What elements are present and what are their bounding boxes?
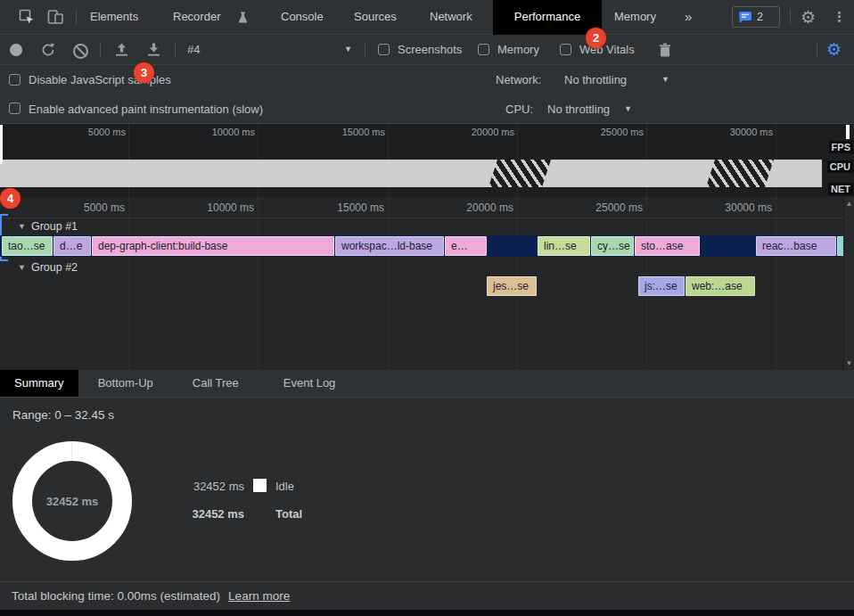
- save-profile-icon[interactable]: [146, 43, 161, 60]
- flame-bar[interactable]: tao…se: [2, 236, 53, 256]
- legend-label: Total: [275, 507, 302, 521]
- tab-performance[interactable]: Performance: [493, 0, 602, 35]
- inspect-element-icon[interactable]: [19, 9, 35, 28]
- flame-bar[interactable]: web:…ase: [686, 276, 755, 296]
- tab-bottom-up[interactable]: Bottom-Up: [84, 370, 168, 397]
- screenshots-checkbox[interactable]: [378, 44, 390, 55]
- flame-bar[interactable]: reac…base: [756, 236, 836, 256]
- capture-settings-gear-icon[interactable]: ⚙: [826, 35, 842, 64]
- net-track-label: NET: [828, 183, 853, 195]
- divider: [175, 42, 176, 58]
- ruler-tick: 10000 ms: [183, 201, 254, 214]
- annotation-badge-3: 3: [134, 62, 154, 83]
- group2-header[interactable]: ▼Group #2: [18, 261, 78, 274]
- collapse-triangle-icon: ▼: [18, 222, 26, 231]
- overview-left-handle[interactable]: [0, 125, 3, 164]
- learn-more-link[interactable]: Learn more: [228, 589, 290, 603]
- settings-row-js-samples: Disable JavaScript samples Network: No t…: [0, 65, 854, 94]
- legend-value: 32452 ms: [169, 507, 244, 521]
- advanced-paint-checkbox[interactable]: [9, 103, 21, 114]
- scroll-down-icon[interactable]: ▼: [844, 359, 854, 367]
- tab-sources[interactable]: Sources: [354, 0, 397, 34]
- devtools-tab-bar: Elements Recorder Console Sources Networ…: [0, 0, 854, 35]
- cpu-throttle-arrow[interactable]: ▼: [624, 94, 632, 124]
- cpu-hatched-region: [489, 160, 551, 187]
- issues-count: 2: [757, 11, 763, 23]
- cpu-activity-band: [0, 160, 822, 187]
- timeline-overview[interactable]: 5000 ms 10000 ms 15000 ms 20000 ms 25000…: [0, 124, 854, 197]
- settings-row-paint: Enable advanced paint instrumentation (s…: [0, 94, 854, 124]
- gridline: [776, 197, 776, 370]
- issues-counter-button[interactable]: 2: [732, 6, 780, 28]
- cpu-hatched-region: [706, 160, 774, 187]
- reload-and-record-icon[interactable]: [41, 43, 55, 60]
- memory-label[interactable]: Memory: [497, 35, 539, 64]
- overview-tick: 30000 ms: [702, 127, 773, 137]
- trash-icon[interactable]: [659, 43, 671, 60]
- advanced-paint-label[interactable]: Enable advanced paint instrumentation (s…: [29, 94, 263, 124]
- load-profile-icon[interactable]: [114, 43, 129, 60]
- tab-elements[interactable]: Elements: [90, 0, 138, 34]
- overview-tick: 25000 ms: [572, 127, 644, 137]
- flame-bar[interactable]: e…: [445, 236, 487, 256]
- tab-memory[interactable]: Memory: [614, 0, 656, 34]
- screenshots-label[interactable]: Screenshots: [398, 35, 462, 64]
- device-toolbar-icon[interactable]: [47, 9, 64, 28]
- disable-js-samples-checkbox[interactable]: [9, 74, 21, 86]
- flame-scrollbar[interactable]: ▲ ▼: [843, 197, 854, 370]
- ruler-divider: [0, 218, 843, 218]
- flame-chart[interactable]: 5000 ms 10000 ms 15000 ms 20000 ms 25000…: [0, 197, 854, 370]
- flame-bar[interactable]: d…e: [53, 236, 91, 256]
- flame-bar[interactable]: lin…se: [538, 236, 590, 256]
- cpu-throttle-value[interactable]: No throttling: [547, 94, 610, 124]
- flame-bar[interactable]: dep-graph-client:build-base: [92, 236, 334, 256]
- devtools-window: Elements Recorder Console Sources Networ…: [0, 0, 854, 616]
- flame-bar[interactable]: sto…ase: [635, 236, 700, 256]
- annotation-badge-4: 4: [0, 188, 21, 209]
- more-tabs-chevron[interactable]: »: [685, 0, 692, 34]
- total-blocking-time-text: Total blocking time: 0.00ms (estimated): [12, 589, 220, 603]
- group1-header[interactable]: ▼Group #1: [18, 220, 78, 233]
- web-vitals-checkbox[interactable]: [560, 44, 571, 55]
- cpu-throttle-label: CPU:: [505, 94, 533, 124]
- collapse-triangle-icon: ▼: [18, 263, 26, 272]
- overview-right-handle[interactable]: [846, 125, 850, 139]
- tab-recorder[interactable]: Recorder: [173, 0, 220, 34]
- history-select-arrow[interactable]: ▼: [344, 35, 352, 64]
- ruler-tick: 25000 ms: [571, 201, 643, 214]
- history-select[interactable]: #4: [187, 35, 200, 64]
- divider: [817, 42, 817, 58]
- flame-bar[interactable]: cy…se: [591, 236, 634, 256]
- performance-toolbar: #4 ▼ Screenshots Memory Web Vitals ⚙: [0, 35, 854, 65]
- divider: [100, 42, 101, 58]
- tab-call-tree[interactable]: Call Tree: [178, 370, 253, 397]
- overview-tick: 10000 ms: [184, 127, 255, 137]
- legend-value: 32452 ms: [169, 480, 244, 493]
- network-throttle-arrow[interactable]: ▼: [661, 65, 669, 94]
- divider: [365, 42, 365, 58]
- summary-panel: Range: 0 – 32.45 s 32452 ms 32452 ms Idl…: [0, 398, 854, 581]
- ruler-tick: 20000 ms: [442, 201, 513, 214]
- overview-tick: 15000 ms: [314, 127, 385, 137]
- settings-gear-icon[interactable]: ⚙: [801, 0, 816, 35]
- legend-label: Idle: [275, 480, 294, 493]
- tab-network[interactable]: Network: [430, 0, 472, 34]
- tab-summary[interactable]: Summary: [0, 370, 78, 397]
- tab-event-log[interactable]: Event Log: [269, 370, 350, 397]
- network-throttle-value[interactable]: No throttling: [564, 65, 627, 94]
- footer-bar: Total blocking time: 0.00ms (estimated) …: [0, 581, 854, 610]
- flame-bar[interactable]: js:…se: [638, 276, 685, 296]
- clear-recording-icon[interactable]: [73, 44, 88, 59]
- ruler-tick: 15000 ms: [313, 201, 384, 214]
- flame-bar[interactable]: workspac…ld-base: [335, 236, 444, 256]
- record-button[interactable]: [10, 44, 22, 56]
- window-bottom-strip: [0, 610, 854, 616]
- tab-console[interactable]: Console: [281, 0, 324, 34]
- ruler-tick: 5000 ms: [53, 201, 125, 214]
- divider: [76, 9, 77, 25]
- donut-center-value: 32452 ms: [12, 441, 132, 561]
- memory-checkbox[interactable]: [478, 44, 489, 55]
- kebab-menu-icon[interactable]: ⋮: [833, 0, 846, 34]
- flame-bar[interactable]: jes…se: [487, 276, 537, 296]
- scroll-up-icon[interactable]: ▲: [844, 200, 854, 208]
